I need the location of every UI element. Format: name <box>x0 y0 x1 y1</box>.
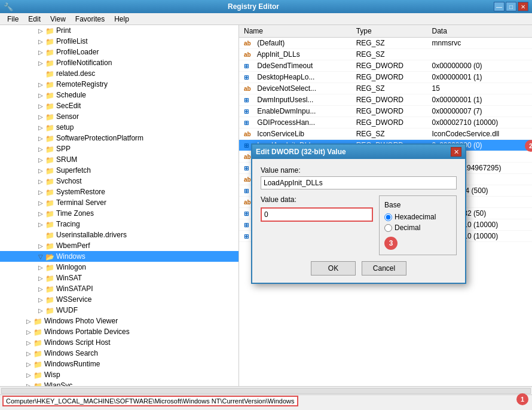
tree-item-wsservice[interactable]: ▷ WSService <box>0 294 239 305</box>
status-bar: Computer\HKEY_LOCAL_MACHINE\SOFTWARE\Mic… <box>0 394 532 406</box>
tree-item-systemrestore[interactable]: ▷ SystemRestore <box>0 186 239 197</box>
tree-item-wphotoviewer[interactable]: ▷ Windows Photo Viewer <box>0 316 239 326</box>
tree-item-setup[interactable]: ▷ setup <box>0 122 239 133</box>
minimize-button[interactable]: — <box>494 2 505 11</box>
title-bar-left: 🔧 <box>4 2 13 11</box>
table-row[interactable]: ab AppInit_DLLs REG_SZ <box>239 49 532 60</box>
tree-item-timezones[interactable]: ▷ Time Zones <box>0 208 239 219</box>
close-button[interactable]: ✕ <box>518 2 528 11</box>
ok-button[interactable]: OK <box>311 261 356 276</box>
folder-icon <box>45 134 55 142</box>
tree-label: Svchost <box>56 177 82 185</box>
data-row: Value data: Base Hexadecimal Decimal 3 <box>261 195 457 255</box>
table-row[interactable]: ⊞ DdeSendTimeout REG_DWORD 0x00000000 (0… <box>239 60 532 72</box>
table-row[interactable]: ⊞ EnableDwmInpu... REG_DWORD 0x00000007 … <box>239 106 532 117</box>
cell-type: REG_DWORD <box>351 60 427 72</box>
tree-item-winsatapi[interactable]: ▷ WinSATAPI <box>0 283 239 294</box>
window-controls[interactable]: — □ ✕ <box>494 2 528 11</box>
tree-item-wsearch[interactable]: ▷ Windows Search <box>0 348 239 359</box>
table-row[interactable]: ab (Default) REG_SZ mnmsrvc <box>239 38 532 49</box>
folder-icon <box>45 123 55 131</box>
tree-item-wportabledevices[interactable]: ▷ Windows Portable Devices <box>0 326 239 337</box>
tree-label: ProfileNotification <box>56 59 112 67</box>
tree-item-profilelist[interactable]: ▷ ProfileList <box>0 36 239 47</box>
decimal-radio[interactable] <box>384 224 392 232</box>
expand-icon <box>36 230 45 240</box>
tree-item-wudf[interactable]: ▷ WUDF <box>0 305 239 316</box>
folder-icon <box>45 102 55 110</box>
table-row[interactable]: ab IconServiceLib REG_SZ IconCodecServic… <box>239 128 532 140</box>
cell-data: 0x00002710 (10000) <box>427 117 532 128</box>
tree-item-wscripthost[interactable]: ▷ Windows Script Host <box>0 337 239 348</box>
tree-item-remoteregistry[interactable]: ▷ RemoteRegistry <box>0 79 239 90</box>
folder-icon <box>45 145 55 153</box>
tree-item-softwareprotection[interactable]: ▷ SoftwareProtectionPlatform <box>0 133 239 143</box>
expand-icon: ▷ <box>36 79 45 89</box>
tree-item-wruntime[interactable]: ▷ WindowsRuntime <box>0 359 239 369</box>
folder-icon <box>45 306 55 314</box>
tree-item-spp[interactable]: ▷ SPP <box>0 143 239 154</box>
folder-icon <box>45 155 55 164</box>
app-icon: 🔧 <box>4 2 13 11</box>
tree-item-winlogon[interactable]: ▷ Winlogon <box>0 262 239 273</box>
tree-item-sensor[interactable]: ▷ Sensor <box>0 111 239 122</box>
menu-edit[interactable]: Edit <box>23 14 45 25</box>
tree-item-wlansvc[interactable]: ▷ WlanSvc <box>0 380 239 386</box>
tree-item-tracing[interactable]: ▷ Tracing <box>0 219 239 230</box>
folder-icon <box>45 48 55 56</box>
expand-icon: ▷ <box>24 338 33 347</box>
hexadecimal-option[interactable]: Hexadecimal <box>384 213 451 221</box>
tree-label: WinSATAPI <box>56 284 93 293</box>
edit-dword-dialog[interactable]: Edit DWORD (32-bit) Value ✕ Value name: … <box>251 143 466 284</box>
tree-label: Windows Photo Viewer <box>44 317 118 325</box>
tree-item-terminalserver[interactable]: ▷ Terminal Server <box>0 197 239 208</box>
table-row[interactable]: ab DeviceNotSelect... REG_SZ 15 <box>239 83 532 94</box>
tree-label: Userinstallable.drivers <box>56 231 127 239</box>
menu-view[interactable]: View <box>45 14 71 25</box>
tree-label: SystemRestore <box>56 188 105 196</box>
step-1: 1 <box>516 393 528 405</box>
folder-icon <box>33 381 43 386</box>
value-data-input[interactable] <box>261 207 373 222</box>
reg-type-icon: ab <box>244 51 253 59</box>
folder-icon <box>33 317 43 325</box>
tree-item-schedule[interactable]: ▷ Schedule <box>0 90 239 100</box>
table-row[interactable]: ⊞ DesktopHeapLo... REG_DWORD 0x00000001 … <box>239 72 532 83</box>
tree-label: Schedule <box>56 91 86 99</box>
decimal-option[interactable]: Decimal <box>384 224 451 232</box>
tree-item-profileloader[interactable]: ▷ ProfileLoader <box>0 47 239 57</box>
tree-item-superfetch[interactable]: ▷ Superfetch <box>0 165 239 176</box>
cell-data: mnmsrvc <box>427 38 532 49</box>
folder-icon <box>45 26 55 35</box>
tree-item-windows[interactable]: ▽ Windows <box>0 251 239 262</box>
menu-file[interactable]: File <box>2 14 23 25</box>
table-row[interactable]: ⊞ DwmInputUsesl... REG_DWORD 0x00000001 … <box>239 94 532 106</box>
tree-item-wbemperf[interactable]: ▷ WbemPerf <box>0 240 239 251</box>
tree-item-print[interactable]: ▷ Print <box>0 25 239 36</box>
cell-name: ⊞ DdeSendTimeout <box>239 60 351 72</box>
tree-item-profilenotification[interactable]: ▷ ProfileNotification <box>0 57 239 68</box>
tree-item-userinstallable[interactable]: Userinstallable.drivers <box>0 230 239 240</box>
tree-item-secedit[interactable]: ▷ SecEdit <box>0 100 239 111</box>
folder-icon <box>45 252 55 261</box>
dialog-close-button[interactable]: ✕ <box>451 147 461 157</box>
tree-label: WSService <box>56 295 91 304</box>
tree-item-svchost[interactable]: ▷ Svchost <box>0 176 239 186</box>
value-name-input[interactable] <box>261 176 457 189</box>
hex-radio[interactable] <box>384 213 392 221</box>
folder-icon <box>45 295 55 304</box>
menu-help[interactable]: Help <box>109 14 134 25</box>
cancel-button[interactable]: Cancel <box>362 261 406 276</box>
tree-item-srum[interactable]: ▷ SRUM <box>0 154 239 165</box>
tree-item-related[interactable]: related.desc <box>0 68 239 79</box>
menu-favorites[interactable]: Favorites <box>71 14 109 25</box>
tree-item-wisp[interactable]: ▷ Wisp <box>0 369 239 380</box>
cell-name: ⊞ EnableDwmInpu... <box>239 106 351 117</box>
maximize-button[interactable]: □ <box>506 2 516 11</box>
expand-icon: ▷ <box>36 58 45 68</box>
table-row[interactable]: ⊞ GDIProcessHan... REG_DWORD 0x00002710 … <box>239 117 532 128</box>
tree-label: SRUM <box>56 155 77 164</box>
tree-item-winsat[interactable]: ▷ WinSAT <box>0 273 239 283</box>
cell-data <box>427 49 532 60</box>
expand-icon: ▷ <box>36 47 45 57</box>
